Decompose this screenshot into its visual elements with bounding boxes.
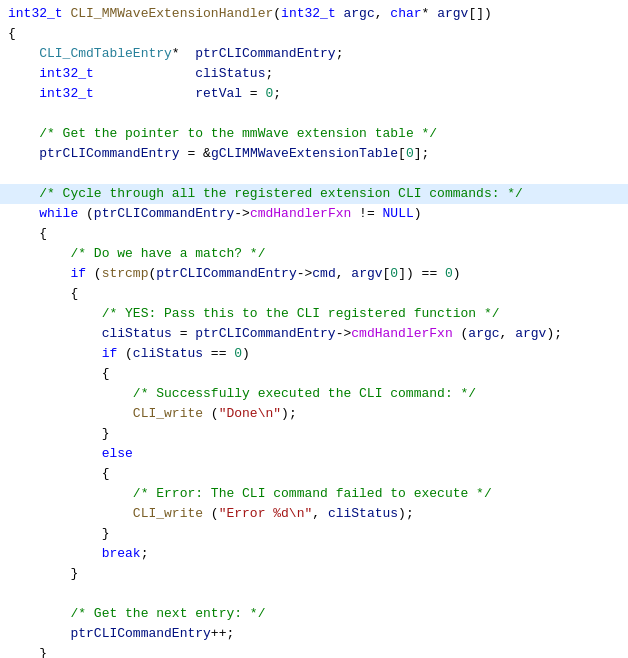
code-line-25: /* Error: The CLI command failed to exec… bbox=[0, 484, 628, 504]
function-name: CLI_MMWaveExtensionHandler bbox=[70, 4, 273, 24]
code-container: int32_t CLI_MMWaveExtensionHandler(int32… bbox=[0, 0, 628, 658]
code-line-14: if (strcmp(ptrCLICommandEntry->cmd, argv… bbox=[0, 264, 628, 284]
code-line-10: /* Cycle through all the registered exte… bbox=[0, 184, 628, 204]
code-line-8: ptrCLICommandEntry = &gCLIMMWaveExtensio… bbox=[0, 144, 628, 164]
code-line-17: cliStatus = ptrCLICommandEntry->cmdHandl… bbox=[0, 324, 628, 344]
code-line-3: CLI_CmdTableEntry* ptrCLICommandEntry; bbox=[0, 44, 628, 64]
keyword-int32t: int32_t bbox=[8, 4, 70, 24]
code-line-20: /* Successfully executed the CLI command… bbox=[0, 384, 628, 404]
code-line-2: { bbox=[0, 24, 628, 44]
code-line-23: else bbox=[0, 444, 628, 464]
code-line-22: } bbox=[0, 424, 628, 444]
code-line-29: } bbox=[0, 564, 628, 584]
code-line-18: if (cliStatus == 0) bbox=[0, 344, 628, 364]
code-line-24: { bbox=[0, 464, 628, 484]
code-line-12: { bbox=[0, 224, 628, 244]
code-line-33: } bbox=[0, 644, 628, 658]
code-line-13: /* Do we have a match? */ bbox=[0, 244, 628, 264]
code-line-9 bbox=[0, 164, 628, 184]
code-line-4: int32_t cliStatus; bbox=[0, 64, 628, 84]
code-line-28: break; bbox=[0, 544, 628, 564]
code-line-21: CLI_write ("Done\n"); bbox=[0, 404, 628, 424]
code-line-26: CLI_write ("Error %d\n", cliStatus); bbox=[0, 504, 628, 524]
code-line-19: { bbox=[0, 364, 628, 384]
code-line-32: ptrCLICommandEntry++; bbox=[0, 624, 628, 644]
code-line-6 bbox=[0, 104, 628, 124]
code-line-7: /* Get the pointer to the mmWave extensi… bbox=[0, 124, 628, 144]
code-line-5: int32_t retVal = 0; bbox=[0, 84, 628, 104]
code-line-1: int32_t CLI_MMWaveExtensionHandler(int32… bbox=[0, 4, 628, 24]
code-line-30 bbox=[0, 584, 628, 604]
code-line-16: /* YES: Pass this to the CLI registered … bbox=[0, 304, 628, 324]
code-line-15: { bbox=[0, 284, 628, 304]
code-line-31: /* Get the next entry: */ bbox=[0, 604, 628, 624]
code-line-11: while (ptrCLICommandEntry->cmdHandlerFxn… bbox=[0, 204, 628, 224]
code-line-27: } bbox=[0, 524, 628, 544]
